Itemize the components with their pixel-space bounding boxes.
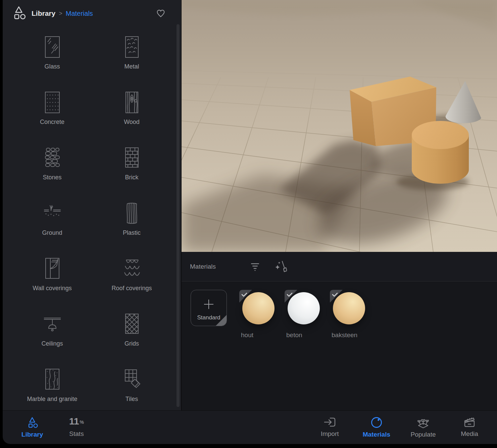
category-label: Glass xyxy=(44,63,60,70)
tab-label: Materials xyxy=(363,431,390,438)
favorites-button[interactable] xyxy=(156,9,165,17)
material-sphere xyxy=(288,292,320,324)
stats-percentage: 11 % xyxy=(69,416,84,428)
category-wood[interactable]: Wood xyxy=(92,86,171,141)
breadcrumb-materials[interactable]: Materials xyxy=(66,10,93,17)
breadcrumb-separator: > xyxy=(59,10,62,17)
heart-icon xyxy=(156,9,165,17)
tab-label: Populate xyxy=(410,431,436,438)
wall-coverings-icon xyxy=(43,257,62,280)
category-plastic[interactable]: Plastic xyxy=(92,196,171,252)
populate-plants-icon xyxy=(416,416,430,429)
tab-label: Import xyxy=(321,430,339,438)
category-tiles[interactable]: Tiles xyxy=(92,363,171,410)
brick-icon xyxy=(122,146,141,169)
category-label: Marble and granite xyxy=(27,396,77,403)
metal-icon xyxy=(122,36,141,58)
library-shapes-icon xyxy=(26,416,38,429)
folded-corner xyxy=(215,315,227,326)
category-metal[interactable]: Metal xyxy=(92,30,171,86)
category-label: Ceilings xyxy=(41,340,63,347)
materials-list: Standard hout beton xyxy=(182,281,497,410)
category-label: Metal xyxy=(124,63,139,70)
breadcrumb-library[interactable]: Library xyxy=(32,9,55,17)
materials-toolbar: Materials xyxy=(182,252,497,281)
plastic-icon xyxy=(122,202,141,225)
viewport-3d[interactable] xyxy=(182,0,497,252)
category-label: Roof coverings xyxy=(111,285,152,292)
category-marble-and-granite[interactable]: Marble and granite xyxy=(12,363,92,410)
material-swatch-beton[interactable]: beton xyxy=(285,290,322,339)
cleanup-button[interactable] xyxy=(275,260,287,273)
material-name: baksteen xyxy=(330,331,367,339)
category-label: Wall coverings xyxy=(33,285,71,292)
category-glass[interactable]: Glass xyxy=(12,30,92,86)
cylinder-object[interactable] xyxy=(412,121,469,184)
grids-icon xyxy=(122,313,141,335)
tab-library[interactable]: Library xyxy=(19,416,46,438)
stones-icon xyxy=(43,146,62,169)
category-ceilings[interactable]: Ceilings xyxy=(12,307,92,363)
category-wall-coverings[interactable]: Wall coverings xyxy=(12,252,92,307)
media-clapperboard-icon xyxy=(463,416,476,428)
roof-coverings-icon xyxy=(122,257,141,280)
tab-label: Stats xyxy=(69,430,84,438)
category-stones[interactable]: Stones xyxy=(12,141,92,196)
filter-button[interactable] xyxy=(251,262,259,271)
category-label: Concrete xyxy=(40,119,64,126)
tab-stats[interactable]: 11 % Stats xyxy=(63,416,90,438)
ground-icon xyxy=(43,202,62,225)
tiles-icon xyxy=(122,368,141,391)
material-category-grid: Glass Metal xyxy=(3,30,181,410)
material-sphere xyxy=(333,292,365,324)
broom-icon xyxy=(275,260,287,273)
tab-media[interactable]: Media xyxy=(456,416,483,438)
filter-icon xyxy=(251,262,259,271)
library-panel: Library > Materials Glass Metal xyxy=(3,0,181,410)
category-concrete[interactable]: Concrete xyxy=(12,86,92,141)
materials-sphere-icon xyxy=(370,416,383,429)
tab-label: Library xyxy=(21,431,43,438)
category-label: Ground xyxy=(42,229,62,236)
tab-materials[interactable]: Materials xyxy=(363,416,390,438)
category-ground[interactable]: Ground xyxy=(12,196,92,252)
concrete-icon xyxy=(43,91,62,114)
category-roof-coverings[interactable]: Roof coverings xyxy=(92,252,171,307)
material-name: beton xyxy=(285,331,322,339)
materials-panel-title: Materials xyxy=(190,263,216,270)
category-label: Grids xyxy=(125,340,139,347)
category-label: Wood xyxy=(124,119,140,126)
category-grids[interactable]: Grids xyxy=(92,307,171,363)
marble-icon xyxy=(43,368,62,391)
ceilings-icon xyxy=(43,313,62,335)
library-shapes-icon xyxy=(11,5,26,21)
tab-populate[interactable]: Populate xyxy=(410,416,437,438)
glass-icon xyxy=(43,36,62,58)
category-label: Tiles xyxy=(126,396,138,403)
import-icon xyxy=(324,416,336,428)
tab-label: Media xyxy=(461,430,478,438)
category-label: Stones xyxy=(43,174,61,181)
material-name: hout xyxy=(239,331,277,339)
bottom-navigation-bar: Library 11 % Stats Import Materials xyxy=(3,410,497,444)
plus-icon xyxy=(203,299,214,311)
add-standard-material-button[interactable]: Standard xyxy=(191,290,227,326)
material-sphere xyxy=(242,292,275,324)
material-swatch-hout[interactable]: hout xyxy=(239,290,277,339)
category-brick[interactable]: Brick xyxy=(92,141,171,196)
material-swatch-baksteen[interactable]: baksteen xyxy=(330,290,367,339)
panel-scrollbar[interactable] xyxy=(177,24,180,407)
tab-import[interactable]: Import xyxy=(316,416,343,438)
library-header: Library > Materials xyxy=(3,0,181,25)
category-label: Plastic xyxy=(123,229,141,236)
category-label: Brick xyxy=(125,174,139,181)
wood-icon xyxy=(122,91,141,114)
